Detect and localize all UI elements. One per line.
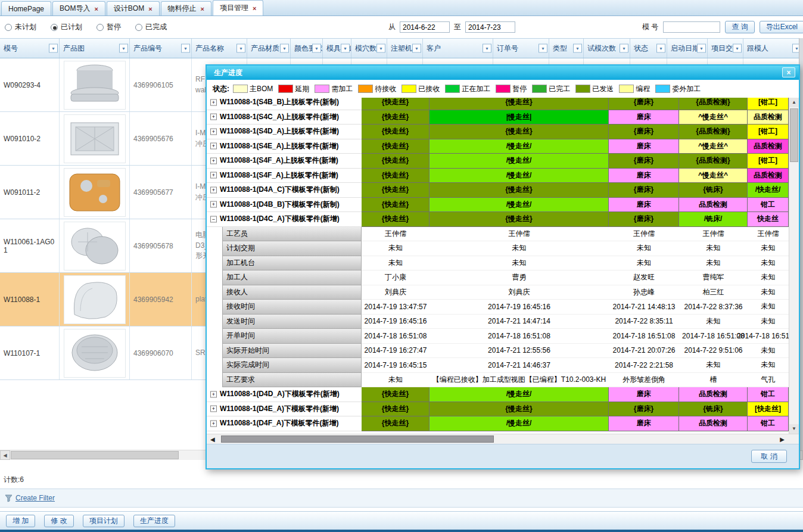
column-filter-button[interactable]: ▼ bbox=[697, 44, 706, 53]
column-filter-button[interactable]: ▼ bbox=[620, 44, 628, 53]
row-count: 计数:6 bbox=[4, 475, 24, 485]
tab-项目管理[interactable]: 项目管理× bbox=[213, 0, 263, 15]
modal-tree-row[interactable]: +W110088-1(D4A_C)下模板零件(新制){快走丝}{慢走丝}{磨床}… bbox=[207, 183, 789, 198]
project-plan-button[interactable]: 项目计划 bbox=[83, 515, 125, 527]
modal-tree-row[interactable]: +W110088-1(S4D_A)上脱板零件(新增){快走丝}{慢走丝}{磨床}… bbox=[207, 125, 789, 139]
detail-value: 2014-7-19 16:27:47 bbox=[362, 344, 429, 359]
column-filter-button[interactable]: ▼ bbox=[539, 44, 547, 53]
close-icon[interactable]: × bbox=[782, 67, 795, 77]
modal-tree-row[interactable]: +W110088-1(D4E_A)下模板零件(新增){快走丝}{慢走丝}{磨床}… bbox=[207, 402, 789, 417]
detail-value: 柏三红 bbox=[679, 285, 748, 300]
radio-已计划[interactable]: 已计划 bbox=[51, 22, 82, 32]
tab-物料停止[interactable]: 物料停止× bbox=[161, 1, 211, 15]
expand-icon[interactable]: + bbox=[210, 186, 217, 193]
dialog-title-bar[interactable]: 生产进度 × bbox=[207, 66, 799, 80]
expand-icon[interactable]: + bbox=[210, 406, 217, 412]
detail-value: 未知 bbox=[679, 358, 748, 373]
tab-close-icon[interactable]: × bbox=[201, 5, 204, 13]
radio-未计划[interactable]: 未计划 bbox=[5, 22, 36, 32]
detail-row-label: 工艺员 bbox=[222, 227, 362, 242]
column-filter-button[interactable]: ▼ bbox=[341, 44, 350, 53]
modal-tree-row[interactable]: +W110088-1(S4E_A)上脱板零件(新增){快走丝}/慢走丝/磨床^慢… bbox=[207, 139, 789, 154]
date-from-input[interactable] bbox=[400, 21, 450, 33]
detail-row-label: 接收时间 bbox=[222, 300, 362, 315]
column-filter-button[interactable]: ▼ bbox=[573, 44, 582, 53]
column-filter-button[interactable]: ▼ bbox=[312, 44, 321, 53]
cancel-button[interactable]: 取 消 bbox=[751, 450, 787, 463]
modal-tree-row[interactable]: +W110088-1(S4C_A)上脱板零件(新增){快走丝}|慢走丝|磨床^慢… bbox=[207, 110, 789, 125]
modal-tree-row[interactable]: +W110088-1(S4B_B)上脱板零件(新制){快走丝}{慢走丝}{磨床}… bbox=[207, 98, 789, 110]
export-excel-button[interactable]: 导出Excel bbox=[760, 21, 803, 33]
scroll-left-icon[interactable]: ◀ bbox=[0, 450, 10, 460]
column-filter-button[interactable]: ▼ bbox=[119, 44, 128, 53]
modal-tree-row[interactable]: +W110088-1(D4D_A)下模板零件(新增){快走丝}/慢走丝/磨床品质… bbox=[207, 387, 789, 402]
legend-label: 已接收 bbox=[418, 84, 440, 94]
add-button[interactable]: 增 加 bbox=[6, 515, 35, 527]
tab-设计BOM[interactable]: 设计BOM× bbox=[107, 1, 160, 15]
process-cell: {快走丝} bbox=[362, 198, 429, 213]
modal-tree-row[interactable]: +W110088-1(D4F_A)下模板零件(新增){快走丝}/慢走丝/磨床品质… bbox=[207, 416, 789, 431]
modal-tree-row[interactable]: +W110088-1(D4B_B)下模板零件(新制){快走丝}/慢走丝/磨床品质… bbox=[207, 198, 789, 213]
expand-icon[interactable]: + bbox=[210, 143, 217, 150]
production-progress-dialog: 生产进度 × 状态: 主BOM延期需加工待接收已接收正在加工暂停已完工已发送编程… bbox=[206, 64, 800, 469]
production-progress-button[interactable]: 生产进度 bbox=[133, 515, 175, 527]
tab-close-icon[interactable]: × bbox=[148, 5, 152, 13]
modify-button[interactable]: 修 改 bbox=[44, 515, 73, 527]
tab-close-icon[interactable]: × bbox=[253, 5, 256, 12]
date-to-input[interactable] bbox=[465, 21, 515, 33]
process-cell: {品质检测} bbox=[679, 98, 748, 110]
column-filter-button[interactable]: ▼ bbox=[280, 44, 289, 53]
main-scroll-thumb[interactable] bbox=[11, 451, 179, 459]
modal-scroll-thumb[interactable] bbox=[221, 435, 494, 443]
product-image bbox=[64, 222, 126, 270]
scroll-down-icon[interactable]: ▼ bbox=[789, 424, 799, 434]
detail-value: 未知 bbox=[748, 358, 789, 373]
expand-icon[interactable]: + bbox=[210, 172, 217, 179]
mold-no-input[interactable] bbox=[663, 21, 720, 33]
column-filter-button[interactable]: ▼ bbox=[656, 44, 665, 53]
modal-detail-row: 接收人刘典庆刘典庆孙忠峰柏三红未知 bbox=[207, 285, 789, 300]
column-filter-button[interactable]: ▼ bbox=[49, 44, 58, 53]
column-filter-button[interactable]: ▼ bbox=[376, 44, 385, 53]
column-header-label: 模号 bbox=[4, 43, 18, 54]
column-header-4: 产品材质▼ bbox=[247, 39, 291, 58]
column-filter-button[interactable]: ▼ bbox=[236, 44, 245, 53]
tab-HomePage[interactable]: HomePage bbox=[1, 1, 51, 15]
column-filter-button[interactable]: ▼ bbox=[181, 44, 190, 53]
modal-tree-row[interactable]: +W110088-1(S4F_A)上脱板零件(新增){快走丝}/慢走丝/磨床^慢… bbox=[207, 169, 789, 183]
column-filter-button[interactable]: ▼ bbox=[733, 44, 742, 53]
column-filter-button[interactable]: ▼ bbox=[412, 44, 421, 53]
process-cell: {快走丝} bbox=[362, 98, 429, 110]
expand-icon[interactable]: + bbox=[210, 114, 217, 120]
dialog-title: 生产进度 bbox=[214, 68, 242, 78]
modal-horizontal-scrollbar[interactable]: ◀ ▶ bbox=[207, 434, 799, 444]
column-filter-button[interactable]: ▼ bbox=[483, 44, 491, 53]
legend-item: 委外加工 bbox=[655, 84, 701, 94]
scroll-up-icon[interactable]: ▲ bbox=[789, 98, 799, 107]
vertical-scroll-thumb[interactable] bbox=[790, 108, 798, 162]
expand-icon[interactable]: + bbox=[210, 99, 217, 105]
tab-close-icon[interactable]: × bbox=[94, 5, 98, 13]
query-button[interactable]: 查 询 bbox=[725, 21, 754, 33]
radio-已完成[interactable]: 已完成 bbox=[135, 22, 167, 32]
collapse-icon[interactable]: − bbox=[210, 216, 217, 222]
create-filter-link[interactable]: Create Filter bbox=[15, 494, 55, 502]
expand-icon[interactable]: + bbox=[210, 201, 217, 208]
modal-scroll-left-icon[interactable]: ◀ bbox=[210, 436, 215, 443]
modal-tree-row[interactable]: +W110088-1(S4F_A)上脱板零件(新增){快走丝}/慢走丝/{磨床}… bbox=[207, 154, 789, 169]
radio-暂停[interactable]: 暂停 bbox=[97, 22, 121, 32]
expand-icon[interactable]: + bbox=[210, 128, 217, 135]
expand-icon[interactable]: + bbox=[210, 391, 217, 397]
expand-icon[interactable]: + bbox=[210, 157, 217, 164]
modal-detail-row: 加工人丁小康曹勇赵发旺曹纯军未知 bbox=[207, 270, 789, 285]
modal-scroll-right-icon[interactable]: ▶ bbox=[780, 436, 785, 443]
modal-vertical-scrollbar[interactable]: ▲ ▼ bbox=[789, 98, 799, 434]
modal-tree-row[interactable]: −W110088-1(D4C_A)下模板零件(新增){快走丝}{慢走丝}{磨床}… bbox=[207, 212, 789, 227]
detail-indent bbox=[207, 241, 222, 256]
column-header-label: 产品图 bbox=[63, 43, 85, 54]
expand-icon[interactable]: + bbox=[210, 420, 217, 427]
legend-item: 延期 bbox=[278, 84, 309, 94]
process-cell: 品质检测 bbox=[748, 139, 789, 154]
process-cell: |慢走丝| bbox=[429, 110, 609, 125]
tab-BOM导入[interactable]: BOM导入× bbox=[52, 1, 105, 15]
